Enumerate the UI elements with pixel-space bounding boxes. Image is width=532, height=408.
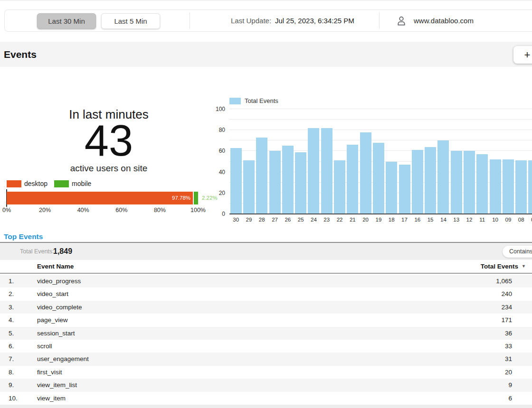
last-update-label: Last Update: [231,10,271,31]
total-events-bar-29[interactable] [243,160,255,214]
total-events-chart: Total Events 020406080100 30292827262524… [214,94,532,227]
total-events-bar-24[interactable] [308,128,319,214]
bar-slot [359,109,372,214]
person-icon [395,15,408,29]
total-events-bar-30[interactable] [230,148,242,214]
total-events-cell: 1,065 [496,275,512,287]
y-axis-tick-label: 80 [214,127,225,133]
x-axis-tick-label: 11 [476,217,489,223]
total-events-column-header[interactable]: Total Events▼ [481,260,526,273]
top-events-link[interactable]: Top Events [4,232,43,241]
add-button[interactable]: + [513,46,532,64]
total-events-bar-14[interactable] [437,140,449,214]
table-row[interactable]: 9.view_item_list9 [0,379,532,391]
total-events-cell: 20 [505,366,512,379]
total-events-bar-27[interactable] [269,151,281,214]
device-legend: desktop mobile [7,180,91,187]
x-axis-tick-label: 30 [229,217,242,223]
bar-slot [489,109,502,214]
total-events-bar-20[interactable] [360,132,371,214]
desktop-legend-swatch [7,180,21,187]
chart-y-axis: 020406080100 [214,94,225,227]
contains-filter-chip[interactable]: Contains [503,246,532,258]
table-header-row: Event Name Total Events▼ [0,260,532,274]
device-axis-tick-label: 0% [2,207,11,213]
event-name-cell: view_item_list [37,379,77,391]
x-axis-tick-label: 28 [256,217,268,223]
table-summary-band: Total Events: 1,849 [0,243,532,260]
topbar-divider [379,12,380,29]
total-events-bar-09[interactable] [503,159,514,214]
bar-slot [385,109,398,214]
device-split-bar: 97.78% [7,192,198,204]
y-axis-tick-label: 20 [214,190,225,196]
event-name-cell: first_visit [37,366,62,379]
table-row[interactable]: 10.view_item6 [0,392,532,405]
x-axis-tick-label: 25 [294,217,307,223]
table-row[interactable]: 6.scroll33 [0,340,532,352]
table-body: 1.video_progress1,0652.video_start2403.v… [0,275,532,405]
total-events-cell: 33 [505,340,512,352]
total-events-bar-10[interactable] [490,159,501,214]
total-events-bar-25[interactable] [295,152,306,214]
event-name-cell: video_complete [37,301,82,314]
total-events-bar-26[interactable] [282,146,294,214]
total-events-bar-13[interactable] [451,151,462,214]
x-axis-tick-label: 18 [385,217,398,223]
total-events-column-label: Total Events [481,263,518,270]
bar-slot [463,109,475,214]
x-axis-tick-label: 29 [242,217,255,223]
table-row[interactable]: 5.session_start36 [0,327,532,340]
row-rank: 3. [9,301,14,314]
table-row[interactable]: 2.video_start240 [0,287,532,300]
event-name-column-header: Event Name [37,260,74,273]
total-events-cell: 31 [505,352,512,365]
bar-slot [333,109,346,214]
bar-slot [502,109,514,214]
bar-slot [515,109,528,214]
total-events-cell: 9 [508,379,512,391]
last-5-min-button[interactable]: Last 5 Min [101,13,160,29]
x-axis-tick-label: 17 [398,217,411,223]
total-events-bar-22[interactable] [334,160,345,214]
x-axis-tick-label: 14 [437,217,450,223]
topbar: Last 30 Min Last 5 Min Last Update: Jul … [4,9,532,32]
total-events-bar-18[interactable] [386,162,397,214]
table-row[interactable]: 3.video_complete234 [0,301,532,314]
total-events-bar-28[interactable] [256,138,267,214]
total-events-bar-17[interactable] [399,165,410,214]
last-30-min-button[interactable]: Last 30 Min [37,13,96,29]
x-axis-tick-label: 27 [268,217,281,223]
total-events-summary-value: 1,849 [53,243,72,260]
total-events-bar-07[interactable] [528,160,532,214]
total-events-bar-21[interactable] [347,145,358,214]
x-axis-tick-label: 12 [463,217,475,223]
total-events-cell: 6 [508,392,512,405]
bar-slot [268,109,281,214]
total-events-bar-19[interactable] [373,143,384,214]
total-events-bar-23[interactable] [321,128,332,214]
table-row[interactable]: 8.first_visit20 [0,366,532,379]
row-rank: 5. [9,327,14,340]
total-events-bar-08[interactable] [515,160,527,214]
x-axis-tick-label: 26 [281,217,294,223]
table-row[interactable]: 1.video_progress1,065 [0,275,532,287]
desktop-percent-label: 97.78% [172,192,190,204]
table-row[interactable]: 7.user_engagement31 [0,352,532,365]
table-row[interactable]: 4.page_view171 [0,314,532,326]
total-events-cell: 240 [501,287,512,300]
total-events-bar-11[interactable] [476,154,488,214]
bar-slot [281,109,294,214]
x-axis-tick-label: 24 [307,217,320,223]
mobile-bar-segment[interactable] [194,192,198,204]
bar-slot [294,109,307,214]
desktop-bar-segment[interactable]: 97.78% [7,192,193,204]
bar-slot [256,109,268,214]
total-events-bar-12[interactable] [464,151,475,214]
bottom-strip [0,405,532,408]
active-users-value: 43 [0,118,218,163]
row-rank: 10. [9,392,18,405]
total-events-bar-16[interactable] [412,150,423,214]
event-name-cell: user_engagement [37,352,89,365]
total-events-bar-15[interactable] [425,147,436,214]
